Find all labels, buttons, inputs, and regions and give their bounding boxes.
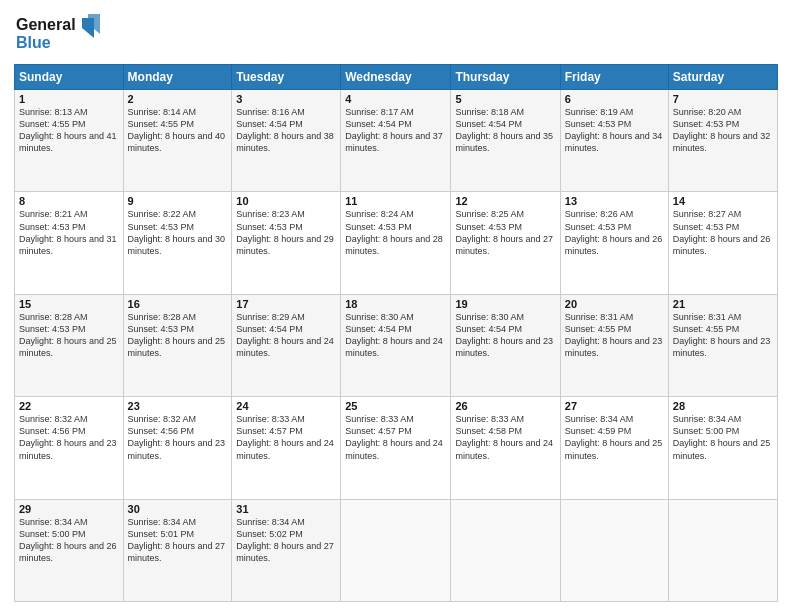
day-number: 21 bbox=[673, 298, 773, 310]
day-info: Sunrise: 8:33 AMSunset: 4:57 PMDaylight:… bbox=[236, 414, 334, 460]
day-number: 29 bbox=[19, 503, 119, 515]
day-info: Sunrise: 8:25 AMSunset: 4:53 PMDaylight:… bbox=[455, 209, 553, 255]
day-number: 28 bbox=[673, 400, 773, 412]
weekday-header-monday: Monday bbox=[123, 65, 232, 90]
week-row-5: 29Sunrise: 8:34 AMSunset: 5:00 PMDayligh… bbox=[15, 499, 778, 601]
day-number: 7 bbox=[673, 93, 773, 105]
day-number: 27 bbox=[565, 400, 664, 412]
day-number: 20 bbox=[565, 298, 664, 310]
calendar-cell: 13Sunrise: 8:26 AMSunset: 4:53 PMDayligh… bbox=[560, 192, 668, 294]
calendar-cell: 25Sunrise: 8:33 AMSunset: 4:57 PMDayligh… bbox=[341, 397, 451, 499]
calendar-cell: 29Sunrise: 8:34 AMSunset: 5:00 PMDayligh… bbox=[15, 499, 124, 601]
calendar-cell: 6Sunrise: 8:19 AMSunset: 4:53 PMDaylight… bbox=[560, 90, 668, 192]
day-info: Sunrise: 8:27 AMSunset: 4:53 PMDaylight:… bbox=[673, 209, 771, 255]
day-number: 18 bbox=[345, 298, 446, 310]
calendar-cell: 15Sunrise: 8:28 AMSunset: 4:53 PMDayligh… bbox=[15, 294, 124, 396]
calendar-cell: 16Sunrise: 8:28 AMSunset: 4:53 PMDayligh… bbox=[123, 294, 232, 396]
day-number: 2 bbox=[128, 93, 228, 105]
calendar-table: SundayMondayTuesdayWednesdayThursdayFrid… bbox=[14, 64, 778, 602]
calendar-cell: 30Sunrise: 8:34 AMSunset: 5:01 PMDayligh… bbox=[123, 499, 232, 601]
calendar-cell: 26Sunrise: 8:33 AMSunset: 4:58 PMDayligh… bbox=[451, 397, 560, 499]
day-number: 14 bbox=[673, 195, 773, 207]
calendar-cell: 9Sunrise: 8:22 AMSunset: 4:53 PMDaylight… bbox=[123, 192, 232, 294]
day-info: Sunrise: 8:30 AMSunset: 4:54 PMDaylight:… bbox=[345, 312, 443, 358]
day-info: Sunrise: 8:34 AMSunset: 5:01 PMDaylight:… bbox=[128, 517, 226, 563]
day-info: Sunrise: 8:14 AMSunset: 4:55 PMDaylight:… bbox=[128, 107, 226, 153]
weekday-header-tuesday: Tuesday bbox=[232, 65, 341, 90]
day-number: 31 bbox=[236, 503, 336, 515]
calendar-cell: 21Sunrise: 8:31 AMSunset: 4:55 PMDayligh… bbox=[668, 294, 777, 396]
weekday-header-wednesday: Wednesday bbox=[341, 65, 451, 90]
day-number: 25 bbox=[345, 400, 446, 412]
day-info: Sunrise: 8:24 AMSunset: 4:53 PMDaylight:… bbox=[345, 209, 443, 255]
calendar-cell: 17Sunrise: 8:29 AMSunset: 4:54 PMDayligh… bbox=[232, 294, 341, 396]
calendar-cell: 5Sunrise: 8:18 AMSunset: 4:54 PMDaylight… bbox=[451, 90, 560, 192]
calendar-cell bbox=[341, 499, 451, 601]
day-number: 12 bbox=[455, 195, 555, 207]
day-number: 19 bbox=[455, 298, 555, 310]
calendar-cell: 3Sunrise: 8:16 AMSunset: 4:54 PMDaylight… bbox=[232, 90, 341, 192]
calendar-cell: 27Sunrise: 8:34 AMSunset: 4:59 PMDayligh… bbox=[560, 397, 668, 499]
weekday-header-friday: Friday bbox=[560, 65, 668, 90]
calendar-cell: 14Sunrise: 8:27 AMSunset: 4:53 PMDayligh… bbox=[668, 192, 777, 294]
day-info: Sunrise: 8:31 AMSunset: 4:55 PMDaylight:… bbox=[673, 312, 771, 358]
day-info: Sunrise: 8:23 AMSunset: 4:53 PMDaylight:… bbox=[236, 209, 334, 255]
day-info: Sunrise: 8:30 AMSunset: 4:54 PMDaylight:… bbox=[455, 312, 553, 358]
calendar-cell: 31Sunrise: 8:34 AMSunset: 5:02 PMDayligh… bbox=[232, 499, 341, 601]
header: General Blue bbox=[14, 10, 778, 58]
day-info: Sunrise: 8:34 AMSunset: 5:00 PMDaylight:… bbox=[19, 517, 117, 563]
day-number: 6 bbox=[565, 93, 664, 105]
svg-text:Blue: Blue bbox=[16, 34, 51, 51]
day-number: 8 bbox=[19, 195, 119, 207]
day-info: Sunrise: 8:34 AMSunset: 5:02 PMDaylight:… bbox=[236, 517, 334, 563]
day-number: 11 bbox=[345, 195, 446, 207]
calendar-cell: 22Sunrise: 8:32 AMSunset: 4:56 PMDayligh… bbox=[15, 397, 124, 499]
day-number: 10 bbox=[236, 195, 336, 207]
calendar-cell: 28Sunrise: 8:34 AMSunset: 5:00 PMDayligh… bbox=[668, 397, 777, 499]
calendar-cell: 1Sunrise: 8:13 AMSunset: 4:55 PMDaylight… bbox=[15, 90, 124, 192]
day-info: Sunrise: 8:28 AMSunset: 4:53 PMDaylight:… bbox=[128, 312, 226, 358]
calendar-cell: 19Sunrise: 8:30 AMSunset: 4:54 PMDayligh… bbox=[451, 294, 560, 396]
calendar-cell bbox=[451, 499, 560, 601]
day-number: 26 bbox=[455, 400, 555, 412]
day-info: Sunrise: 8:33 AMSunset: 4:57 PMDaylight:… bbox=[345, 414, 443, 460]
weekday-header-saturday: Saturday bbox=[668, 65, 777, 90]
calendar-cell: 12Sunrise: 8:25 AMSunset: 4:53 PMDayligh… bbox=[451, 192, 560, 294]
day-info: Sunrise: 8:31 AMSunset: 4:55 PMDaylight:… bbox=[565, 312, 663, 358]
calendar-cell bbox=[668, 499, 777, 601]
day-number: 30 bbox=[128, 503, 228, 515]
svg-text:General: General bbox=[16, 16, 76, 33]
day-number: 1 bbox=[19, 93, 119, 105]
day-number: 24 bbox=[236, 400, 336, 412]
calendar-cell: 18Sunrise: 8:30 AMSunset: 4:54 PMDayligh… bbox=[341, 294, 451, 396]
calendar-cell: 2Sunrise: 8:14 AMSunset: 4:55 PMDaylight… bbox=[123, 90, 232, 192]
calendar-page: General Blue SundayMondayTuesdayWednesda… bbox=[0, 0, 792, 612]
weekday-header-row: SundayMondayTuesdayWednesdayThursdayFrid… bbox=[15, 65, 778, 90]
day-info: Sunrise: 8:19 AMSunset: 4:53 PMDaylight:… bbox=[565, 107, 663, 153]
day-number: 16 bbox=[128, 298, 228, 310]
calendar-cell: 8Sunrise: 8:21 AMSunset: 4:53 PMDaylight… bbox=[15, 192, 124, 294]
day-info: Sunrise: 8:32 AMSunset: 4:56 PMDaylight:… bbox=[19, 414, 117, 460]
day-number: 3 bbox=[236, 93, 336, 105]
logo: General Blue bbox=[14, 10, 104, 58]
day-number: 9 bbox=[128, 195, 228, 207]
calendar-cell: 11Sunrise: 8:24 AMSunset: 4:53 PMDayligh… bbox=[341, 192, 451, 294]
weekday-header-sunday: Sunday bbox=[15, 65, 124, 90]
day-info: Sunrise: 8:16 AMSunset: 4:54 PMDaylight:… bbox=[236, 107, 334, 153]
day-number: 22 bbox=[19, 400, 119, 412]
day-info: Sunrise: 8:20 AMSunset: 4:53 PMDaylight:… bbox=[673, 107, 771, 153]
calendar-cell: 4Sunrise: 8:17 AMSunset: 4:54 PMDaylight… bbox=[341, 90, 451, 192]
day-info: Sunrise: 8:29 AMSunset: 4:54 PMDaylight:… bbox=[236, 312, 334, 358]
calendar-cell: 7Sunrise: 8:20 AMSunset: 4:53 PMDaylight… bbox=[668, 90, 777, 192]
day-info: Sunrise: 8:28 AMSunset: 4:53 PMDaylight:… bbox=[19, 312, 117, 358]
day-info: Sunrise: 8:17 AMSunset: 4:54 PMDaylight:… bbox=[345, 107, 443, 153]
day-info: Sunrise: 8:13 AMSunset: 4:55 PMDaylight:… bbox=[19, 107, 117, 153]
week-row-2: 8Sunrise: 8:21 AMSunset: 4:53 PMDaylight… bbox=[15, 192, 778, 294]
day-number: 5 bbox=[455, 93, 555, 105]
day-info: Sunrise: 8:26 AMSunset: 4:53 PMDaylight:… bbox=[565, 209, 663, 255]
calendar-cell: 20Sunrise: 8:31 AMSunset: 4:55 PMDayligh… bbox=[560, 294, 668, 396]
calendar-cell bbox=[560, 499, 668, 601]
day-info: Sunrise: 8:18 AMSunset: 4:54 PMDaylight:… bbox=[455, 107, 553, 153]
week-row-1: 1Sunrise: 8:13 AMSunset: 4:55 PMDaylight… bbox=[15, 90, 778, 192]
day-info: Sunrise: 8:22 AMSunset: 4:53 PMDaylight:… bbox=[128, 209, 226, 255]
